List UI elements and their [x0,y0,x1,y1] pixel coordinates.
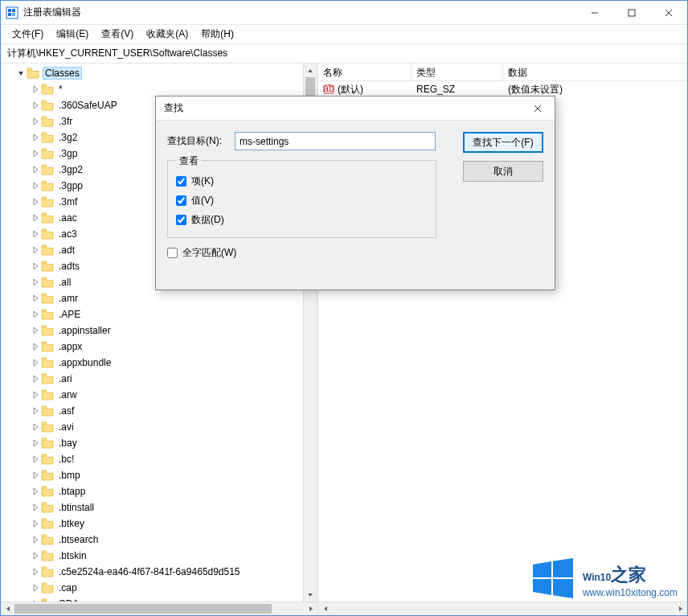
caret-icon[interactable] [30,455,41,463]
scroll-up-icon[interactable] [304,64,317,77]
caret-icon[interactable] [30,85,41,93]
scroll-track-h[interactable] [332,602,674,615]
folder-icon [41,341,54,352]
menu-file[interactable]: 文件(F) [6,25,50,43]
caret-icon[interactable] [30,519,41,528]
scroll-left-icon[interactable] [1,602,14,615]
check-values[interactable] [176,195,186,206]
scroll-track-h[interactable] [14,602,304,615]
maximize-button[interactable] [613,1,650,25]
tree-scrollbar-horizontal[interactable] [1,602,317,615]
caret-icon[interactable] [30,407,41,415]
caret-icon[interactable] [30,230,41,238]
address-bar[interactable]: 计算机\HKEY_CURRENT_USER\Software\Classes [1,44,687,64]
column-data[interactable]: 数据 [503,64,687,80]
tree-node[interactable]: .appinstaller [1,322,317,339]
caret-icon[interactable] [30,423,41,431]
tree-node[interactable]: .bay [1,435,317,451]
folder-icon [41,244,54,256]
folder-icon [41,582,54,593]
menu-favorites[interactable]: 收藏夹(A) [140,25,195,43]
caret-icon[interactable] [30,584,41,592]
scroll-right-icon[interactable] [674,602,687,615]
tree-node[interactable]: .bmp [1,467,317,483]
tree-node[interactable]: .bc! [1,451,317,467]
tree-node[interactable]: .btsearch [1,532,317,548]
caret-icon[interactable] [30,375,41,383]
caret-icon[interactable] [30,214,41,222]
caret-icon[interactable] [30,133,41,142]
caret-icon[interactable] [30,326,41,335]
tree-node[interactable]: .btapp [1,483,317,499]
check-keys[interactable] [176,176,186,187]
svg-marker-29 [34,392,38,398]
caret-icon[interactable] [30,117,41,125]
tree-node-label: .3fr [57,115,74,128]
caret-icon[interactable] [30,536,41,544]
caret-icon[interactable] [30,246,41,254]
tree-node[interactable]: CDA [1,596,317,602]
cancel-button[interactable]: 取消 [463,161,543,182]
column-type[interactable]: 类型 [412,64,503,80]
caret-icon[interactable] [30,101,41,109]
tree-node[interactable]: .avi [1,419,317,435]
column-name[interactable]: 名称 [318,64,412,80]
caret-icon[interactable] [30,262,41,270]
caret-icon[interactable] [15,69,27,77]
tree-node[interactable]: * [1,81,317,97]
svg-marker-43 [308,69,313,72]
caret-icon[interactable] [30,552,41,560]
caret-icon[interactable] [30,600,41,602]
tree-node[interactable]: .amr [1,290,317,306]
caret-icon[interactable] [30,503,41,511]
caret-icon[interactable] [30,343,41,351]
tree-node-label: .appxbundle [57,356,113,369]
check-whole-word[interactable] [167,248,178,258]
tree-node[interactable]: .appx [1,339,317,355]
caret-icon[interactable] [30,198,41,206]
caret-icon[interactable] [30,150,41,158]
tree-node[interactable]: .appxbundle [1,355,317,371]
tree-node-label: .3g2 [57,131,79,144]
check-data[interactable] [176,215,186,225]
caret-icon[interactable] [30,439,41,447]
value-row[interactable]: ab (默认) REG_SZ (数值未设置) [318,81,687,97]
caret-icon[interactable] [30,310,41,318]
folder-icon [41,325,54,336]
menu-help[interactable]: 帮助(H) [195,25,240,43]
caret-icon[interactable] [30,294,41,302]
tree-node[interactable]: .ari [1,371,317,387]
scroll-thumb-h[interactable] [14,604,272,614]
scroll-down-icon[interactable] [304,588,317,602]
caret-icon[interactable] [30,471,41,479]
scroll-left-icon[interactable] [318,602,332,615]
caret-icon[interactable] [30,391,41,399]
caret-icon[interactable] [30,278,41,286]
tree-node[interactable]: .asf [1,403,317,419]
caret-icon[interactable] [30,182,41,190]
scroll-right-icon[interactable] [304,602,317,615]
tree-node[interactable]: .APE [1,306,317,322]
caret-icon[interactable] [30,359,41,367]
caret-icon[interactable] [30,166,41,174]
tree-node[interactable]: .cap [1,580,317,596]
svg-marker-49 [324,606,327,611]
tree-node[interactable]: .btskin [1,548,317,564]
tree-node-label: .ac3 [57,228,79,240]
values-scrollbar-horizontal[interactable] [317,602,687,615]
minimize-button[interactable] [576,1,613,25]
caret-icon[interactable] [30,568,41,576]
find-target-input[interactable] [235,132,436,150]
menu-view[interactable]: 查看(V) [95,25,140,43]
menu-edit[interactable]: 编辑(E) [50,25,95,43]
tree-node[interactable]: .arw [1,387,317,403]
close-button[interactable] [650,1,687,25]
tree-node-selected[interactable]: Classes [1,65,317,81]
lookat-legend: 查看 [176,154,202,168]
tree-node[interactable]: .btinstall [1,499,317,515]
dialog-close-button[interactable] [521,97,555,121]
caret-icon[interactable] [30,487,41,495]
tree-node[interactable]: .btkey [1,515,317,532]
find-next-button[interactable]: 查找下一个(F) [463,132,543,153]
tree-node[interactable]: .c5e2524a-ea46-4f67-841f-6a9465d9d515 [1,564,317,580]
